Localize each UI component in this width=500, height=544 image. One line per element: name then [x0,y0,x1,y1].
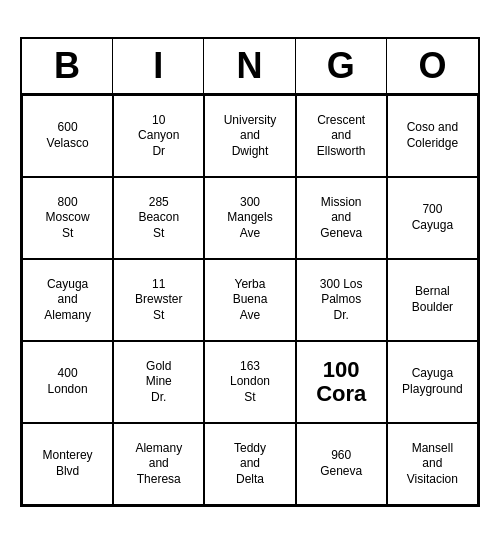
bingo-cell-16: GoldMineDr. [113,341,204,423]
bingo-cell-6: 285BeaconSt [113,177,204,259]
bingo-cell-14: BernalBoulder [387,259,478,341]
bingo-cell-18: 100Cora [296,341,387,423]
bingo-letter-n: N [204,39,295,93]
bingo-cell-15: 400London [22,341,113,423]
bingo-cell-17: 163LondonSt [204,341,295,423]
bingo-cell-13: 300 LosPalmosDr. [296,259,387,341]
bingo-cell-10: CayugaandAlemany [22,259,113,341]
bingo-cell-11: 11BrewsterSt [113,259,204,341]
bingo-letter-g: G [296,39,387,93]
bingo-cell-23: 960Geneva [296,423,387,505]
bingo-cell-9: 700Cayuga [387,177,478,259]
bingo-cell-0: 600Velasco [22,95,113,177]
bingo-letter-b: B [22,39,113,93]
bingo-cell-20: MontereyBlvd [22,423,113,505]
bingo-cell-12: YerbaBuenaAve [204,259,295,341]
bingo-letter-o: O [387,39,478,93]
bingo-cell-8: MissionandGeneva [296,177,387,259]
bingo-cell-19: CayugaPlayground [387,341,478,423]
bingo-cell-24: MansellandVisitacion [387,423,478,505]
bingo-cell-2: UniversityandDwight [204,95,295,177]
bingo-cell-22: TeddyandDelta [204,423,295,505]
bingo-grid: 600Velasco10CanyonDrUniversityandDwightC… [22,95,478,505]
bingo-cell-7: 300MangelsAve [204,177,295,259]
bingo-cell-21: AlemanyandTheresa [113,423,204,505]
bingo-header: BINGO [22,39,478,95]
bingo-cell-1: 10CanyonDr [113,95,204,177]
bingo-cell-5: 800MoscowSt [22,177,113,259]
bingo-card: BINGO 600Velasco10CanyonDrUniversityandD… [20,37,480,507]
bingo-cell-4: Coso andColeridge [387,95,478,177]
bingo-letter-i: I [113,39,204,93]
bingo-cell-3: CrescentandEllsworth [296,95,387,177]
